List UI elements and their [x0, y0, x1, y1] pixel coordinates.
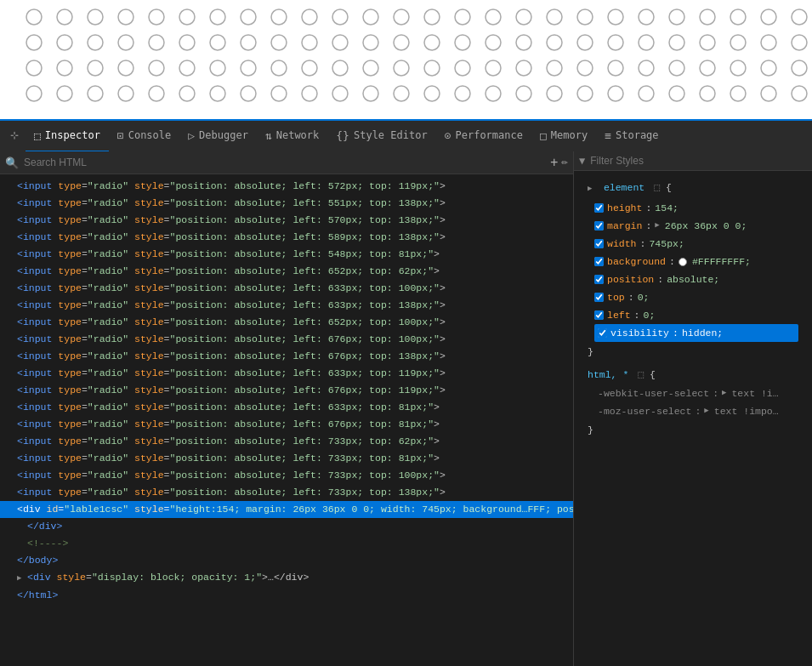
html-star-rule-close: }	[581, 420, 805, 440]
svg-point-90	[700, 60, 715, 76]
html-line[interactable]: <input type="radio" style="position: abs…	[0, 348, 573, 365]
html-line[interactable]: <input type="radio" style="position: abs…	[0, 280, 573, 297]
svg-point-100	[792, 9, 807, 25]
prop-visibility-checkbox[interactable]	[598, 328, 607, 338]
svg-point-95	[730, 86, 746, 101]
html-line[interactable]: <input type="radio" style="position: abs…	[0, 484, 573, 501]
tab-debugger[interactable]: ▷ Debugger	[179, 120, 257, 151]
html-line[interactable]: <input type="radio" style="position: abs…	[0, 382, 573, 399]
svg-point-9	[88, 35, 103, 50]
svg-point-61	[485, 35, 501, 50]
svg-point-22	[179, 60, 195, 76]
color-swatch[interactable]	[679, 258, 687, 266]
svg-point-68	[547, 9, 562, 25]
prop-height-checkbox[interactable]	[594, 203, 604, 213]
svg-point-74	[577, 60, 593, 76]
svg-point-3	[26, 86, 42, 101]
svg-point-80	[639, 9, 654, 25]
html-line[interactable]: <input type="radio" style="position: abs…	[0, 433, 573, 450]
html-line[interactable]: <input type="radio" style="position: abs…	[0, 212, 573, 229]
html-line[interactable]: <input type="radio" style="position: abs…	[0, 297, 573, 314]
svg-point-54	[424, 60, 440, 76]
svg-point-63	[485, 86, 501, 101]
svg-point-87	[669, 86, 684, 101]
tab-memory[interactable]: □ Memory	[531, 120, 596, 151]
html-line[interactable]: <input type="radio" style="position: abs…	[0, 365, 573, 382]
element-settings-icon[interactable]: ⬚	[654, 182, 660, 193]
html-line[interactable]: <input type="radio" style="position: abs…	[0, 416, 573, 433]
expand-triangle[interactable]: ▶	[17, 571, 27, 586]
svg-point-42	[332, 60, 348, 76]
style-editor-icon: {}	[336, 129, 349, 142]
prop-background: background : #FFFFFFFF;	[594, 253, 798, 270]
svg-point-64	[516, 9, 531, 25]
inspector-label: Inspector	[45, 129, 100, 141]
tab-style-editor[interactable]: {} Style Editor	[327, 120, 435, 151]
html-line[interactable]: <input type="radio" style="position: abs…	[0, 246, 573, 263]
tab-console[interactable]: ⊡ Console	[109, 120, 179, 151]
styles-panel: ▼ ▶ element ⬚ { height : 154;	[574, 151, 812, 666]
performance-label: Performance	[455, 129, 522, 141]
prop-webkit-user-select: -webkit-user-select : ▶ text !i…	[594, 384, 798, 402]
svg-point-101	[792, 35, 807, 50]
tab-inspector[interactable]: ⬚ Inspector	[26, 120, 109, 151]
html-line[interactable]: <input type="radio" style="position: abs…	[0, 314, 573, 331]
html-line[interactable]: <input type="radio" style="position: abs…	[0, 178, 573, 195]
html-line[interactable]: <input type="radio" style="position: abs…	[0, 229, 573, 246]
svg-point-103	[792, 86, 807, 101]
html-line[interactable]: </div>	[0, 518, 573, 535]
svg-point-84	[669, 9, 684, 25]
search-input[interactable]	[24, 157, 545, 168]
prop-width-checkbox[interactable]	[594, 239, 604, 248]
svg-point-39	[302, 86, 317, 101]
svg-point-47	[363, 86, 378, 101]
filter-input[interactable]	[590, 155, 807, 167]
prop-left-checkbox[interactable]	[594, 310, 604, 320]
svg-point-36	[302, 9, 317, 25]
html-line[interactable]: </html>	[0, 587, 573, 604]
html-line[interactable]: <input type="radio" style="position: abs…	[0, 450, 573, 467]
svg-point-50	[394, 60, 409, 76]
prop-width: width : 745px;	[594, 235, 798, 253]
html-star-selector: html, * ⬚ {	[581, 365, 805, 384]
svg-point-0	[26, 9, 42, 25]
html-content[interactable]: <input type="radio" style="position: abs…	[0, 174, 573, 666]
prop-position-checkbox[interactable]	[594, 275, 604, 284]
html-line[interactable]: ▶<div style="display: block; opacity: 1;…	[0, 569, 573, 587]
prop-margin-checkbox[interactable]	[594, 221, 604, 231]
svg-point-14	[118, 60, 133, 76]
html-line[interactable]: <div id="lable1csc" style="height:154; m…	[0, 501, 573, 518]
svg-point-97	[761, 35, 776, 50]
pick-element-button[interactable]: ✏	[561, 155, 568, 170]
svg-point-15	[118, 86, 133, 101]
svg-point-48	[394, 9, 409, 25]
tab-pointer[interactable]: ⊹	[3, 120, 26, 151]
tab-performance[interactable]: ⊙ Performance	[436, 120, 531, 151]
add-node-button[interactable]: +	[550, 155, 558, 170]
storage-icon: ≡	[605, 129, 611, 142]
svg-point-12	[118, 9, 133, 25]
svg-point-20	[179, 9, 195, 25]
html-line[interactable]: </body>	[0, 552, 573, 569]
prop-left: left : 0;	[594, 306, 798, 324]
prop-margin: margin : ▶ 26px 36px 0 0;	[594, 217, 798, 235]
html-line[interactable]: <input type="radio" style="position: abs…	[0, 195, 573, 212]
prop-background-checkbox[interactable]	[594, 257, 604, 266]
html-line[interactable]: <input type="radio" style="position: abs…	[0, 467, 573, 484]
element-selector: ▶ element ⬚ {	[581, 178, 805, 199]
html-star-settings-icon[interactable]: ⬚	[638, 369, 644, 380]
html-line[interactable]: <input type="radio" style="position: abs…	[0, 263, 573, 280]
search-icon: 🔍	[5, 157, 19, 169]
svg-point-53	[424, 35, 440, 50]
svg-point-99	[761, 86, 776, 101]
tab-storage[interactable]: ≡ Storage	[596, 120, 667, 151]
html-line[interactable]: <input type="radio" style="position: abs…	[0, 399, 573, 416]
prop-top-checkbox[interactable]	[594, 293, 604, 302]
svg-point-1	[26, 35, 42, 50]
svg-point-57	[455, 35, 470, 50]
html-line[interactable]: <!---->	[0, 535, 573, 552]
tab-network[interactable]: ⇅ Network	[257, 120, 327, 151]
html-line[interactable]: <input type="radio" style="position: abs…	[0, 331, 573, 348]
svg-point-51	[394, 86, 409, 101]
svg-point-40	[332, 9, 348, 25]
